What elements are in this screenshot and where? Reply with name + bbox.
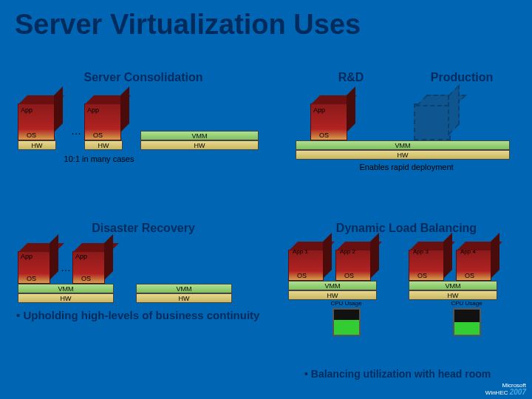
os-label: OS	[344, 272, 354, 279]
os-label: OS	[27, 275, 36, 282]
os-label: OS	[465, 272, 474, 279]
section-title-production: Production	[406, 71, 517, 84]
vmm-bar: VMM	[18, 284, 114, 293]
vm-cube: App 1 OS	[288, 241, 332, 281]
section-title-rd: R&D	[296, 71, 406, 84]
vm-cube: App OS	[310, 93, 358, 140]
ellipsis: …	[59, 262, 72, 284]
cpu-meter	[453, 308, 481, 336]
vm-cube: App OS	[18, 242, 59, 284]
app-label: App	[21, 106, 33, 114]
note-consolidation: 10:1 in many cases	[0, 154, 269, 163]
app-label: App	[21, 253, 33, 260]
os-label: OS	[297, 272, 307, 279]
app-label: App 1	[293, 248, 308, 255]
os-label: OS	[417, 272, 427, 279]
app-label: App	[87, 106, 99, 114]
bullet-dr: • Upholding high-levels of business cont…	[7, 309, 259, 321]
slide-title: Server Virtualization Uses	[0, 0, 532, 47]
bullet-dlb: • Balancing utilization with head room	[296, 368, 491, 380]
section-title-dlb: Dynamic Load Balancing	[288, 222, 525, 235]
vmm-bar: VMM	[288, 281, 377, 290]
hw-bar: HW	[136, 293, 232, 303]
hw-bar: HW	[409, 290, 497, 300]
os-label: OS	[93, 132, 103, 139]
vm-cube: App 3 OS	[409, 241, 453, 281]
app-label: App	[313, 106, 325, 114]
vmm-bar: VMM	[409, 281, 497, 290]
wire-cube	[414, 93, 461, 140]
app-label: App 2	[340, 248, 355, 255]
app-label: App	[75, 253, 87, 260]
app-label: App 3	[413, 248, 429, 255]
vmm-bar: VMM	[140, 131, 259, 140]
ellipsis: …	[68, 125, 84, 150]
vmm-bar: VMM	[136, 284, 232, 293]
footer-event: WinHEC	[485, 389, 508, 396]
footer-year: 2007	[510, 388, 526, 396]
vmm-bar: VMM	[296, 140, 510, 150]
app-label: App 4	[460, 248, 476, 255]
slide-footer: Microsoft WinHEC 2007	[485, 383, 526, 396]
os-label: OS	[81, 275, 91, 282]
note-rd: Enables rapid deployment	[296, 163, 517, 171]
os-label: OS	[27, 132, 36, 139]
vm-cube: App OS	[72, 242, 114, 284]
hw-bar: HW	[84, 140, 123, 150]
cpu-usage-label: CPU Usage	[409, 300, 525, 307]
cpu-usage-label: CPU Usage	[288, 300, 404, 307]
vm-cube: App OS	[18, 93, 65, 140]
hw-bar: HW	[18, 140, 56, 150]
cpu-meter	[332, 308, 361, 336]
hw-bar: HW	[288, 290, 377, 300]
section-title-consolidation: Server Consolidation	[18, 71, 269, 84]
vm-cube: App OS	[84, 93, 132, 140]
vm-cube: App 4 OS	[456, 241, 500, 281]
hw-bar: HW	[18, 293, 114, 303]
hw-bar: HW	[140, 140, 259, 150]
vm-cube: App 2 OS	[335, 241, 380, 281]
hw-bar: HW	[296, 150, 510, 160]
os-label: OS	[319, 132, 329, 139]
section-title-dr: Disaster Recovery	[18, 222, 269, 235]
